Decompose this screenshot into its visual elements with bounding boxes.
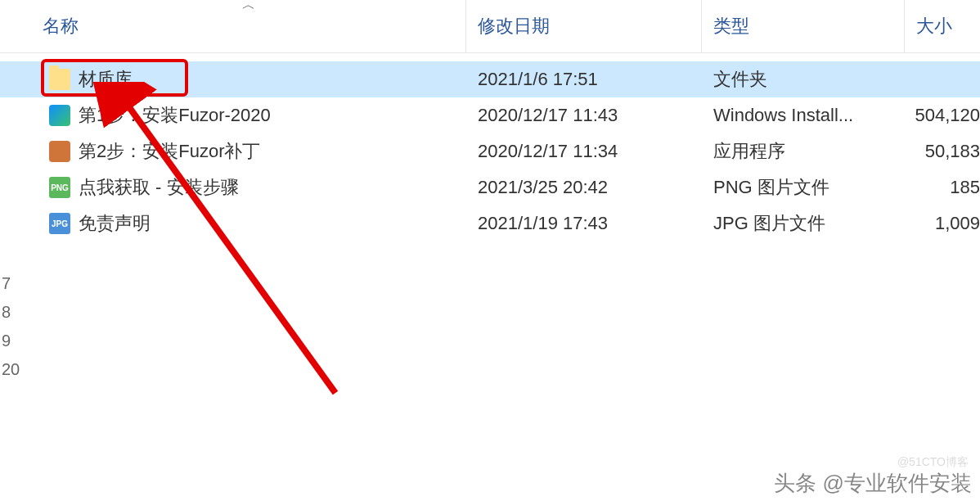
file-type-cell: 文件夹 <box>702 67 905 92</box>
folder-icon <box>49 69 70 90</box>
file-name-label: 免责声明 <box>79 211 151 236</box>
watermark-secondary: @51CTO博客 <box>897 455 969 470</box>
table-row[interactable]: JPG免责声明2021/1/19 17:43JPG 图片文件1,009 <box>0 205 980 241</box>
file-name-cell: 第2步：安装Fuzor补丁 <box>0 139 466 164</box>
file-size-cell: 1,009 <box>905 213 980 234</box>
file-size-cell: 50,183 <box>905 141 980 162</box>
table-row[interactable]: PNG点我获取 - 安装步骤2021/3/25 20:42PNG 图片文件185 <box>0 169 980 205</box>
file-name-cell: PNG点我获取 - 安装步骤 <box>0 175 466 200</box>
column-date[interactable]: 修改日期 <box>466 0 702 52</box>
file-name-cell: 第1步：安装Fuzor-2020 <box>0 103 466 128</box>
file-date-cell: 2020/12/17 11:43 <box>466 105 702 126</box>
table-row[interactable]: 材质库2021/1/6 17:51文件夹 <box>0 61 980 97</box>
file-size-cell: 504,120 <box>905 105 980 126</box>
column-type[interactable]: 类型 <box>702 0 905 52</box>
table-row[interactable]: 第1步：安装Fuzor-20202020/12/17 11:43Windows … <box>0 97 980 133</box>
file-type-cell: Windows Install... <box>702 105 905 126</box>
app-icon <box>49 141 70 162</box>
file-name-cell: 材质库 <box>0 67 466 92</box>
file-size-cell: 185 <box>905 177 980 198</box>
msi-icon <box>49 105 70 126</box>
file-type-cell: JPG 图片文件 <box>702 211 905 236</box>
column-name[interactable]: 名称 <box>0 0 466 52</box>
file-date-cell: 2021/1/19 17:43 <box>466 213 702 234</box>
file-name-label: 第2步：安装Fuzor补丁 <box>79 139 260 164</box>
sort-indicator-icon: ︿ <box>242 0 255 14</box>
jpg-icon: JPG <box>49 213 70 234</box>
file-date-cell: 2021/3/25 20:42 <box>466 177 702 198</box>
file-type-cell: 应用程序 <box>702 139 905 164</box>
left-overflow-text: 7 8 9 20 <box>2 274 20 379</box>
watermark: 头条 @专业软件安装 <box>774 469 972 498</box>
file-type-cell: PNG 图片文件 <box>702 175 905 200</box>
file-name-label: 点我获取 - 安装步骤 <box>79 175 239 200</box>
file-name-label: 材质库 <box>79 67 133 92</box>
file-name-label: 第1步：安装Fuzor-2020 <box>79 103 271 128</box>
column-size[interactable]: 大小 <box>905 0 980 52</box>
column-header[interactable]: ︿ 名称 修改日期 类型 大小 <box>0 0 980 53</box>
png-icon: PNG <box>49 177 70 198</box>
file-date-cell: 2020/12/17 11:34 <box>466 141 702 162</box>
table-row[interactable]: 第2步：安装Fuzor补丁2020/12/17 11:34应用程序50,183 <box>0 133 980 169</box>
file-date-cell: 2021/1/6 17:51 <box>466 69 702 90</box>
file-list: 材质库2021/1/6 17:51文件夹第1步：安装Fuzor-20202020… <box>0 53 980 241</box>
file-name-cell: JPG免责声明 <box>0 211 466 236</box>
